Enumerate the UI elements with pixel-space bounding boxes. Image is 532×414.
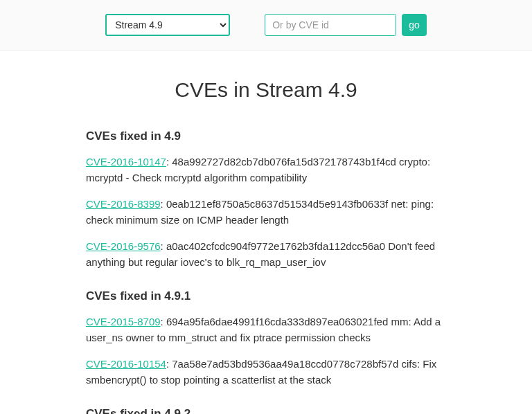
cve-entry: CVE-2016-8399: 0eab121ef8750a5c8637d5153… (86, 197, 446, 228)
top-toolbar: Stream 4.9 go (0, 0, 532, 51)
cve-link[interactable]: CVE-2016-8399 (86, 198, 161, 210)
cve-link[interactable]: CVE-2015-8709 (86, 316, 161, 327)
cve-link[interactable]: CVE-2016-10154 (86, 358, 166, 370)
main-content: CVEs in Stream 4.9 CVEs fixed in 4.9CVE-… (51, 51, 481, 414)
cve-search-input[interactable] (265, 14, 396, 36)
cve-link[interactable]: CVE-2016-10147 (86, 156, 166, 168)
cve-entry: CVE-2016-10154: 7aa58e7ad53bd9536aa49a18… (86, 357, 446, 388)
section-heading: CVEs fixed in 4.9.2 (86, 407, 446, 414)
stream-select[interactable]: Stream 4.9 (105, 14, 230, 36)
search-row: go (265, 14, 427, 36)
cve-entry: CVE-2016-10147: 48a992727d82cb7db076fa15… (86, 154, 446, 186)
section-heading: CVEs fixed in 4.9 (86, 129, 446, 143)
page-title: CVEs in Stream 4.9 (86, 78, 446, 102)
cve-entry: CVE-2016-9576: a0ac402cfcdc904f9772e1762… (86, 239, 446, 270)
section-heading: CVEs fixed in 4.9.1 (86, 289, 446, 303)
cve-entry: CVE-2015-8709: 694a95fa6dae4991f16cda333… (86, 314, 446, 345)
cve-link[interactable]: CVE-2016-9576 (86, 240, 161, 252)
go-button[interactable]: go (402, 14, 427, 36)
